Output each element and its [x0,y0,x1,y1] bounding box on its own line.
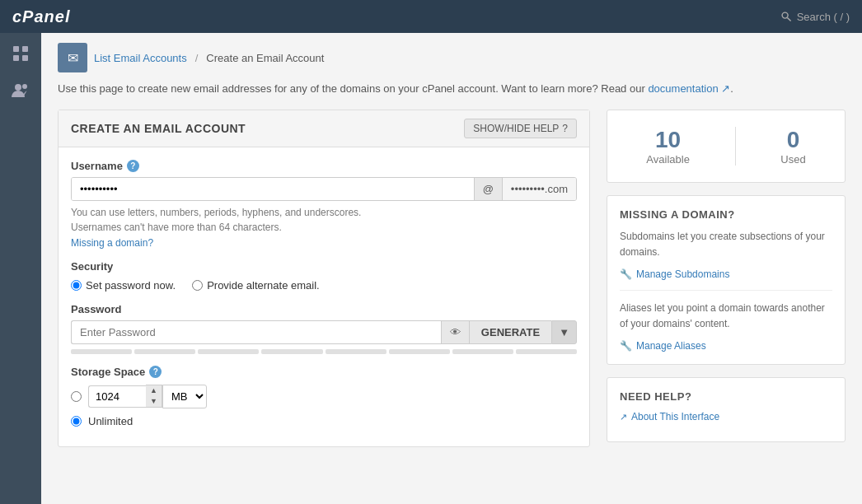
spinner-up-button[interactable]: ▲ [146,385,162,396]
top-navbar: cPanel Search ( / ) [0,0,862,33]
generate-caret-button[interactable]: ▼ [551,320,577,344]
storage-help-icon[interactable]: ? [149,366,162,378]
about-interface-link[interactable]: ↗ About This Interface [620,411,832,422]
manage-subdomains-link[interactable]: 🔧 Manage Subdomains [620,268,832,280]
available-stat: 10 Available [646,127,690,166]
eye-slash-icon: 👁 [450,326,461,338]
stat-divider [735,127,736,166]
info-period: . [730,82,733,95]
strength-segment-7 [452,349,513,354]
username-input[interactable] [72,178,474,200]
search-placeholder: Search ( / ) [797,11,850,23]
storage-custom-option: ▲ ▼ MB GB [71,385,577,408]
svg-rect-2 [13,46,19,52]
password-input[interactable] [71,320,441,344]
strength-segment-6 [389,349,450,354]
brand-logo: cPanel [12,7,70,26]
card-divider [620,290,832,291]
strength-segment-2 [134,349,195,354]
question-icon: ? [562,123,568,134]
used-label: Used [780,153,805,166]
content-grid: CREATE AN EMAIL ACCOUNT SHOW/HIDE HELP ?… [58,110,846,447]
svg-point-7 [22,84,27,89]
storage-label: Storage Space ? [71,366,577,378]
password-strength-bar [71,349,577,354]
search-icon [780,11,792,22]
svg-rect-5 [22,55,28,61]
main-content: ✉ List Email Accounts / Create an Email … [41,33,862,504]
available-number: 10 [646,127,690,153]
need-help-title: NEED HELP? [620,390,832,403]
sidebar-users-icon[interactable] [8,78,33,103]
breadcrumb-list-link[interactable]: List Email Accounts [94,52,187,64]
documentation-link[interactable]: documentation ↗ [648,82,730,95]
radio-alternate[interactable] [192,280,203,291]
available-label: Available [646,153,690,166]
storage-number-input[interactable] [88,385,146,408]
sidebar [0,33,41,504]
stats-card: 10 Available 0 Used [607,110,846,183]
radio-set-password[interactable] [71,280,82,291]
strength-segment-1 [71,349,132,354]
at-symbol: @ [474,178,502,200]
breadcrumb-current: Create an Email Account [206,52,324,64]
password-row: 👁 GENERATE ▼ [71,320,577,344]
right-panel: 10 Available 0 Used MISSING A DOMAIN? Su… [607,110,846,443]
form-card-body: Username ? @ •••••••••.com You can use l… [59,147,589,446]
svg-line-1 [787,17,790,21]
subdomains-text: Subdomains let you create subsections of… [620,229,832,260]
main-layout: ✉ List Email Accounts / Create an Email … [0,33,862,504]
radio-alternate-option[interactable]: Provide alternate email. [192,279,320,292]
security-radio-group: Set password now. Provide alternate emai… [71,279,577,292]
manage-aliases-link[interactable]: 🔧 Manage Aliases [620,340,832,352]
radio-set-password-option[interactable]: Set password now. [71,279,176,292]
wrench-icon-2: 🔧 [620,340,632,352]
search-area[interactable]: Search ( / ) [780,11,850,23]
used-stat: 0 Used [780,127,805,166]
svg-rect-4 [13,55,19,61]
need-help-card: NEED HELP? ↗ About This Interface [607,377,846,442]
storage-unit-select[interactable]: MB GB [162,385,207,408]
form-card-header: CREATE AN EMAIL ACCOUNT SHOW/HIDE HELP ? [59,110,589,147]
strength-segment-4 [261,349,322,354]
spinner-down-button[interactable]: ▼ [146,396,162,407]
storage-unlimited-radio[interactable] [71,416,82,427]
storage-input-group: ▲ ▼ MB GB [88,385,207,408]
left-panel: CREATE AN EMAIL ACCOUNT SHOW/HIDE HELP ?… [58,110,590,447]
form-card-title: CREATE AN EMAIL ACCOUNT [71,122,246,135]
used-number: 0 [780,127,805,153]
strength-segment-3 [198,349,259,354]
sidebar-grid-icon[interactable] [8,41,33,66]
storage-custom-radio[interactable] [71,391,82,402]
form-card: CREATE AN EMAIL ACCOUNT SHOW/HIDE HELP ?… [58,110,590,447]
info-message: Use this page to create new email addres… [58,82,645,95]
strength-segment-8 [516,349,577,354]
username-group: Username ? @ •••••••••.com You can use l… [71,160,577,249]
password-label: Password [71,303,577,315]
breadcrumb-area: ✉ List Email Accounts / Create an Email … [58,43,846,72]
external-icon: ↗ [620,412,627,422]
grid-icon [12,45,29,62]
missing-domain-link[interactable]: Missing a domain? [71,237,577,249]
security-group: Security Set password now. Provide alter… [71,260,577,292]
generate-button[interactable]: GENERATE [469,320,551,344]
storage-unlimited-option: Unlimited [71,415,577,427]
missing-domain-card: MISSING A DOMAIN? Subdomains let you cre… [607,195,846,366]
chevron-down-icon: ▼ [559,326,569,338]
breadcrumb-separator: / [195,52,199,64]
users-icon [12,83,30,98]
svg-point-6 [15,84,21,91]
domain-display: •••••••••.com [502,178,576,200]
wrench-icon: 🔧 [620,268,632,280]
username-help-icon[interactable]: ? [127,160,139,172]
spinner-buttons: ▲ ▼ [146,385,162,407]
strength-segment-5 [326,349,386,354]
breadcrumb-icon: ✉ [58,43,87,72]
missing-domain-title: MISSING A DOMAIN? [620,208,832,221]
username-row: @ •••••••••.com [71,177,577,201]
svg-point-0 [782,12,788,18]
info-text: Use this page to create new email addres… [58,81,846,97]
username-hint: You can use letters, numbers, periods, h… [71,205,577,235]
show-hide-button[interactable]: SHOW/HIDE HELP ? [464,119,577,138]
toggle-password-button[interactable]: 👁 [441,320,469,344]
